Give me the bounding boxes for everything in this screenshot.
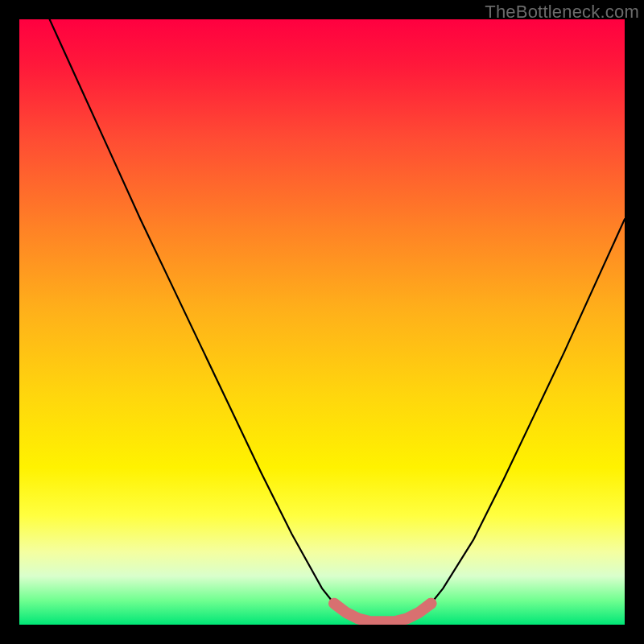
watermark-text: TheBottleneck.com (485, 2, 639, 23)
sweet-spot-overlay (334, 604, 431, 622)
chart-plot-area (19, 19, 625, 625)
sweet-spot-end-dot (425, 598, 436, 609)
chart-svg (19, 19, 625, 625)
bottleneck-curve-line (50, 19, 625, 621)
